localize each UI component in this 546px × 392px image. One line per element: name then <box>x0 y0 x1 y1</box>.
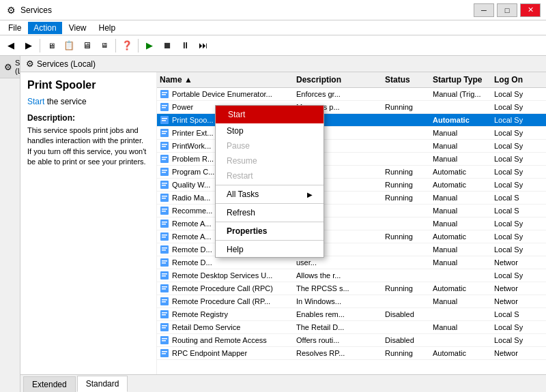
info-desc-text: This service spools print jobs and handl… <box>27 125 149 168</box>
info-desc-label: Description: <box>27 113 149 123</box>
bottom-tabs: Extended Standard <box>20 374 546 392</box>
info-link-suffix: the service <box>44 97 86 106</box>
titlebar: ⚙ Services ─ □ ✕ <box>0 0 546 20</box>
table-row[interactable]: Remote Desktop Services U... Allows the … <box>157 269 546 282</box>
toolbar-help[interactable]: ❓ <box>119 37 135 54</box>
service-name: Remote Desktop Services U... <box>157 270 293 281</box>
services-container: Print Spooler Start the service Descript… <box>20 72 546 374</box>
ctx-restart: Restart <box>216 168 324 183</box>
titlebar-left: ⚙ Services <box>5 5 52 16</box>
toolbar-forward[interactable]: ▶ <box>20 37 37 54</box>
toolbar-back[interactable]: ◀ <box>3 37 19 54</box>
menu-help[interactable]: Help <box>94 22 121 34</box>
table-row[interactable]: Retail Demo Service The Retail D... Manu… <box>157 321 546 334</box>
toolbar-sep-1 <box>40 39 40 52</box>
service-icon <box>160 141 169 151</box>
service-icon <box>160 232 169 241</box>
ctx-pause: Pause <box>216 138 324 153</box>
service-icon <box>160 102 169 112</box>
service-name: Remote D... <box>157 257 293 268</box>
service-icon <box>160 167 169 177</box>
svg-rect-16 <box>162 157 167 158</box>
ctx-refresh[interactable]: Refresh <box>216 205 324 220</box>
svg-rect-29 <box>162 211 166 212</box>
ctx-properties[interactable]: Properties <box>216 224 324 239</box>
svg-rect-7 <box>162 118 167 119</box>
table-row[interactable]: Remote D... user... Manual Networ <box>157 256 546 269</box>
table-row[interactable]: Remote Registry Enables rem... Disabled … <box>157 308 546 321</box>
svg-rect-26 <box>162 198 166 199</box>
svg-rect-58 <box>162 338 167 340</box>
service-icon <box>160 180 169 190</box>
svg-rect-43 <box>162 273 167 275</box>
col-header-status[interactable]: Status <box>382 74 430 86</box>
ctx-sep-2 <box>216 203 324 204</box>
svg-rect-10 <box>162 131 167 132</box>
toolbar-disconnect[interactable]: 🖥 <box>96 37 113 54</box>
menu-file[interactable]: File <box>3 22 27 34</box>
service-icon <box>160 322 169 332</box>
toolbar-connect[interactable]: 🖥 <box>78 37 95 54</box>
svg-rect-20 <box>162 172 166 173</box>
service-icon <box>160 206 169 215</box>
toolbar-stop[interactable]: ⏹ <box>159 37 175 54</box>
service-icon <box>160 154 169 164</box>
context-menu: Start Stop Pause Resume Restart All Task… <box>215 105 324 258</box>
svg-rect-13 <box>162 144 167 145</box>
close-button[interactable]: ✕ <box>520 3 541 17</box>
start-service-link[interactable]: Start <box>27 97 44 106</box>
svg-rect-1 <box>162 92 167 93</box>
ctx-sep-1 <box>216 185 324 185</box>
ctx-stop[interactable]: Stop <box>216 123 324 138</box>
service-icon <box>160 115 169 125</box>
tab-standard[interactable]: Standard <box>77 376 128 392</box>
menu-action[interactable]: Action <box>28 22 61 34</box>
svg-rect-62 <box>162 353 166 355</box>
minimize-button[interactable]: ─ <box>474 3 494 17</box>
svg-rect-19 <box>162 170 167 171</box>
maximize-button[interactable]: □ <box>497 3 517 17</box>
ctx-all-tasks[interactable]: All Tasks ▶ <box>216 187 324 202</box>
toolbar-sep-2 <box>115 39 116 52</box>
service-name: Remote Procedure Call (RPC) <box>157 283 293 294</box>
ctx-start[interactable]: Start <box>216 106 324 123</box>
services-table-header: Name ▲ Description Status Startup Type L… <box>157 72 546 88</box>
tab-extended[interactable]: Extended <box>23 376 76 392</box>
menu-view[interactable]: View <box>63 22 92 34</box>
service-icon <box>160 284 169 293</box>
service-icon <box>160 128 169 138</box>
toolbar-console[interactable]: 🖥 <box>43 37 59 54</box>
svg-rect-49 <box>162 299 167 301</box>
svg-rect-25 <box>162 196 167 197</box>
ctx-sep-3 <box>216 222 324 222</box>
svg-rect-4 <box>162 105 167 106</box>
toolbar-browse[interactable]: 📋 <box>61 37 77 54</box>
col-header-name[interactable]: Name ▲ <box>157 74 293 86</box>
service-icon <box>160 335 169 345</box>
svg-rect-44 <box>162 275 166 277</box>
service-icon <box>160 310 169 319</box>
service-icon <box>160 89 169 99</box>
col-header-desc[interactable]: Description <box>293 74 382 86</box>
svg-rect-61 <box>162 351 167 352</box>
svg-rect-32 <box>162 224 166 225</box>
table-row[interactable]: Routing and Remote Access Offers routi..… <box>157 334 546 347</box>
toolbar-pause[interactable]: ⏸ <box>177 37 193 54</box>
service-name: RPC Endpoint Mapper <box>157 348 293 359</box>
toolbar-restart[interactable]: ⏭ <box>195 37 211 54</box>
svg-rect-14 <box>162 146 166 147</box>
col-header-logon[interactable]: Log On <box>491 74 546 86</box>
services-header-bar: ⚙ Services (Local) <box>20 56 546 72</box>
ctx-resume: Resume <box>216 153 324 168</box>
toolbar-play[interactable]: ▶ <box>141 37 158 54</box>
table-row[interactable]: Remote Procedure Call (RPC) The RPCSS s.… <box>157 282 546 295</box>
info-link-container: Start the service <box>27 97 149 106</box>
table-row[interactable]: RPC Endpoint Mapper Resolves RP... Runni… <box>157 347 546 360</box>
ctx-help[interactable]: Help <box>216 242 324 257</box>
svg-rect-56 <box>162 327 166 329</box>
col-header-startup[interactable]: Startup Type <box>430 74 491 86</box>
service-name: Remote Procedure Call (RP... <box>157 296 293 307</box>
service-name: Routing and Remote Access <box>157 335 293 346</box>
table-row[interactable]: Portable Device Enumerator... Enforces g… <box>157 88 546 101</box>
table-row[interactable]: Remote Procedure Call (RP... In Windows.… <box>157 295 546 308</box>
